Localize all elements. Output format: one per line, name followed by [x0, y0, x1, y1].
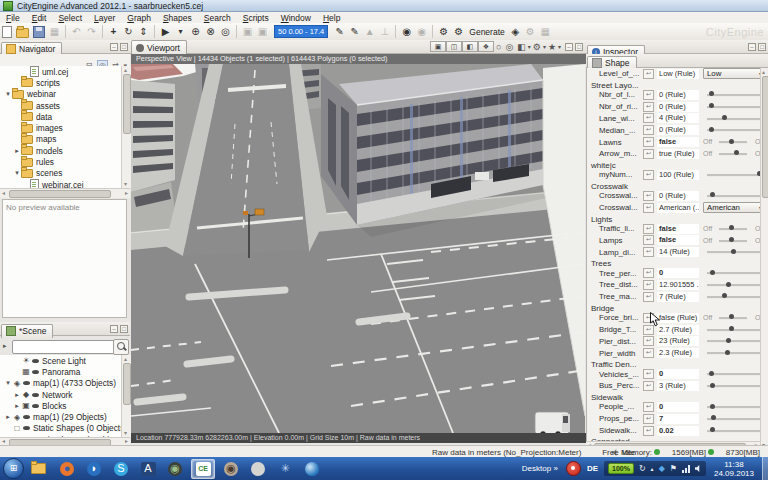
param-value[interactable]: 23 (Rule) — [657, 336, 699, 346]
reset-icon[interactable]: ↩ — [643, 268, 654, 278]
scene-item-blocks[interactable]: ▸▣Blocks — [0, 400, 121, 411]
scene-item-network[interactable]: ▸◆Network — [0, 389, 121, 400]
taskbar-thunderbird-icon[interactable]: ◗ — [83, 460, 105, 478]
start-button[interactable]: ⊞ — [3, 458, 24, 479]
menu-window[interactable]: Window — [275, 13, 317, 23]
reset-icon[interactable]: ↩ — [643, 235, 654, 245]
menu-select[interactable]: Select — [52, 13, 88, 23]
reset-icon[interactable]: ↩ — [643, 280, 654, 290]
taskbar-cityengine-icon[interactable]: CE — [191, 459, 215, 479]
expand-icon[interactable]: ▸ — [13, 391, 21, 399]
expand-icon[interactable]: ▸ — [4, 413, 12, 421]
bookmarks-icon[interactable]: ★ — [548, 42, 556, 52]
param-value[interactable]: 2.7 (Rule) — [657, 325, 699, 335]
navigator-minimize-icon[interactable]: – — [110, 43, 118, 51]
battery-indicator[interactable]: 100% — [608, 463, 634, 474]
reset-icon[interactable]: ↩ — [643, 348, 654, 358]
volume-icon[interactable] — [695, 465, 702, 472]
param-value[interactable]: 0 — [657, 268, 699, 278]
slider-knob[interactable] — [726, 338, 731, 343]
taskbar-firefox-icon[interactable]: ● — [56, 460, 78, 478]
delete-model-icon[interactable]: ▦ — [538, 25, 553, 39]
nav-item-webinar[interactable]: ▾webinar — [0, 89, 121, 100]
visibility-icon[interactable]: ◉ — [399, 25, 414, 39]
slider-knob[interactable] — [710, 404, 715, 409]
slider-knob[interactable] — [726, 282, 731, 287]
menu-search[interactable]: Search — [198, 13, 237, 23]
slider-knob[interactable] — [710, 427, 715, 432]
param-control[interactable]: OffOn — [699, 136, 761, 148]
street-draw-icon[interactable]: ✎ — [332, 25, 347, 39]
expand-icon[interactable]: ▸ — [13, 147, 21, 155]
param-value[interactable]: 12.901555 ... — [657, 280, 699, 290]
inspector-vscrollbar[interactable]: ▴▾ — [760, 68, 768, 449]
reset-icon[interactable]: ↩ — [643, 203, 654, 213]
scene-search-input[interactable] — [12, 340, 116, 354]
save-icon[interactable] — [33, 26, 45, 38]
param-value[interactable]: 7 (Rule) — [657, 292, 699, 302]
move-tool-icon[interactable]: + — [106, 25, 121, 39]
show-hidden-icons[interactable]: ▴ — [651, 466, 654, 472]
reset-icon[interactable]: ↩ — [643, 113, 654, 123]
taskbar-explorer-icon[interactable] — [29, 460, 51, 478]
taskbar-flower-icon[interactable]: ✳ — [274, 460, 296, 478]
toggle-knob[interactable] — [729, 139, 734, 144]
nav-item-models[interactable]: ▸models — [0, 145, 121, 156]
visibility-eye-icon[interactable] — [23, 426, 30, 430]
param-control[interactable] — [699, 291, 761, 303]
open-icon[interactable] — [16, 28, 29, 38]
inspector-maximize-icon[interactable]: □ — [758, 43, 766, 51]
scene-item-panorama[interactable]: ▦Panorama — [0, 366, 121, 377]
param-control[interactable]: OffOn — [699, 312, 761, 324]
reset-icon[interactable]: ↩ — [643, 325, 654, 335]
action-center-icon[interactable]: ⚑ — [670, 465, 677, 473]
select-tool-icon[interactable]: ▶ — [158, 25, 173, 39]
expand-icon[interactable]: ▸ — [13, 402, 21, 410]
param-control[interactable] — [699, 413, 761, 425]
reset-icon[interactable]: ↩ — [643, 247, 654, 257]
param-value[interactable]: 100 (Rule) — [657, 170, 699, 180]
reset-icon[interactable]: ↩ — [643, 313, 654, 323]
reset-icon[interactable]: ↩ — [643, 170, 654, 180]
reset-icon[interactable]: ↩ — [643, 137, 654, 147]
nav-item-assets[interactable]: assets — [0, 100, 121, 111]
assign-rule-icon[interactable]: ⚙ — [451, 25, 466, 39]
tab-scene[interactable]: *Scene — [1, 324, 53, 338]
layout-single-icon[interactable]: ▣ — [430, 41, 446, 52]
param-control[interactable]: OffOn — [699, 235, 761, 247]
curve-draw-icon[interactable]: ✎ — [347, 25, 362, 39]
reset-icon[interactable]: ↩ — [643, 191, 654, 201]
param-dropdown[interactable]: American▾ — [703, 202, 761, 213]
reset-icon[interactable]: ↩ — [643, 336, 654, 346]
scene-item-map-1-29-objects[interactable]: ▸◈map(1) (29 Objects) — [0, 411, 121, 422]
reset-icon[interactable]: ↩ — [643, 69, 654, 79]
recorder-icon[interactable] — [566, 461, 581, 476]
param-value[interactable]: true (Rule) — [657, 149, 699, 159]
param-control[interactable] — [699, 279, 761, 291]
viewport-minimize-icon[interactable]: – — [565, 43, 573, 51]
visibility-eye-icon[interactable] — [32, 370, 39, 374]
menu-scripts[interactable]: Scripts — [237, 13, 275, 23]
param-value[interactable]: 0 (Rule) — [657, 102, 699, 112]
param-control[interactable] — [699, 89, 761, 101]
slider-knob[interactable] — [710, 270, 715, 275]
taskbar-ball-icon[interactable] — [247, 460, 269, 478]
generate-button[interactable]: Generate — [469, 27, 504, 37]
scale-tool-icon[interactable]: ⇕ — [136, 25, 151, 39]
param-value[interactable]: 4 (Rule) — [657, 113, 699, 123]
layout-custom-icon[interactable]: ❖ — [478, 41, 494, 52]
polygon-tool-icon[interactable]: ▲ — [362, 25, 377, 39]
layout-2up-icon[interactable]: ◫ — [446, 41, 462, 52]
reset-icon[interactable]: ↩ — [643, 426, 654, 436]
param-value[interactable]: 14 (Rule) — [657, 247, 699, 257]
param-value[interactable]: 0.02 — [657, 426, 699, 436]
menu-layer[interactable]: Layer — [88, 13, 121, 23]
param-control[interactable] — [699, 368, 761, 380]
camera-icon[interactable]: ◎ — [505, 42, 513, 52]
param-value[interactable]: 0 (Rule) — [657, 191, 699, 201]
scene-item-static-shapes-0-objects[interactable]: □Static Shapes (0 Objects) — [0, 423, 121, 434]
param-value[interactable]: Low (Rule) — [657, 69, 699, 79]
nav-item-maps[interactable]: maps — [0, 134, 121, 145]
param-control[interactable]: American▾ — [699, 202, 761, 214]
scene-search-button[interactable] — [113, 339, 129, 355]
